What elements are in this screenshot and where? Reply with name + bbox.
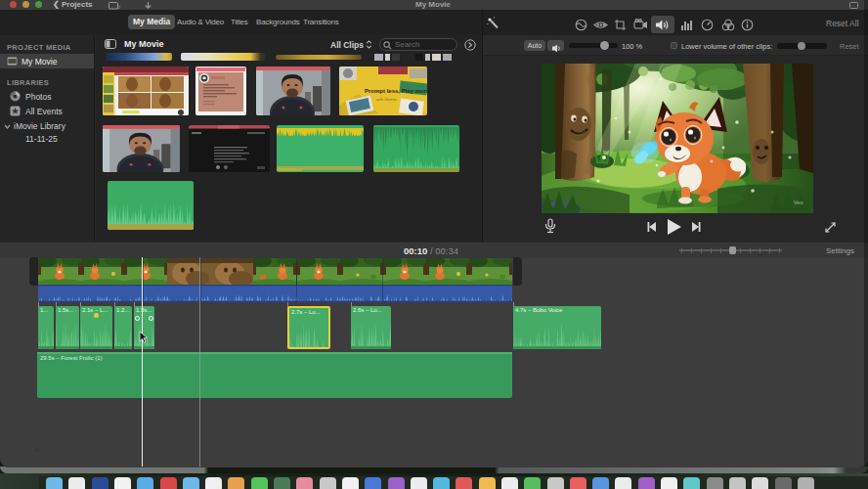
svg-text:Veo: Veo bbox=[794, 200, 803, 205]
svg-text:Prompt less, Play more: Prompt less, Play more bbox=[365, 88, 427, 94]
svg-text:♪: ♪ bbox=[117, 3, 121, 10]
svg-text:with Gemini: with Gemini bbox=[376, 97, 397, 102]
